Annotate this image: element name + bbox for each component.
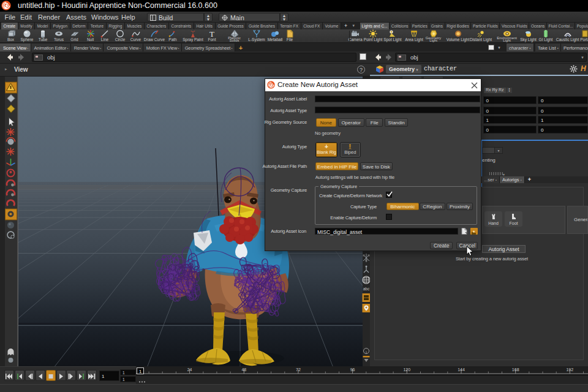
svg-text:abc: abc [363, 287, 370, 291]
svg-text:120: 120 [403, 368, 410, 372]
svg-text:i: i [366, 350, 367, 355]
svg-text:96: 96 [350, 368, 355, 372]
svg-text:192: 192 [566, 368, 573, 372]
svg-text:72: 72 [296, 368, 301, 372]
svg-text:24: 24 [187, 368, 192, 372]
svg-text:144: 144 [458, 368, 465, 372]
svg-text:168: 168 [512, 368, 519, 372]
svg-text:48: 48 [241, 368, 246, 372]
svg-text:T: T [209, 29, 214, 38]
